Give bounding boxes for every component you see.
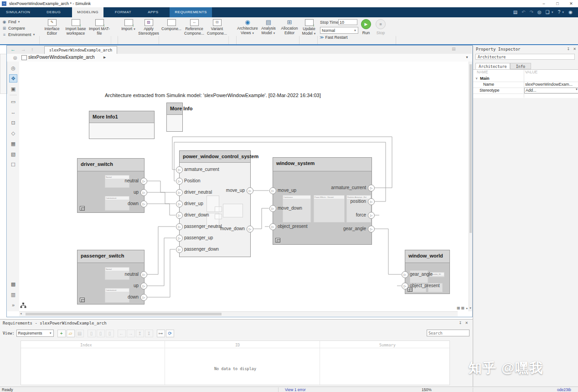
vertical-scrollbar[interactable]	[469, 62, 472, 311]
port-move-down[interactable]: ▷	[247, 226, 253, 232]
requirements-search-input[interactable]	[427, 330, 470, 336]
connector[interactable]	[253, 208, 269, 229]
link-icon[interactable]: ⊶	[157, 330, 165, 337]
horizontal-scrollbar[interactable]: ◂	[19, 311, 458, 316]
adapter-icon[interactable]: ◇	[9, 129, 17, 137]
expand-palette-icon[interactable]: »	[9, 301, 17, 309]
port-driver-up[interactable]: ▷	[176, 201, 183, 207]
collapse-up-icon[interactable]: ▲	[465, 307, 468, 309]
close-panel-icon[interactable]: ✕	[573, 47, 576, 51]
messages-icon[interactable]: ❑	[546, 7, 550, 17]
pin-icon[interactable]: ↧	[567, 47, 570, 51]
port-neutral[interactable]: ▷	[140, 178, 147, 185]
connector[interactable]	[147, 238, 175, 286]
view-dropdown[interactable]: Requirements▼	[16, 330, 54, 337]
tab-requirements[interactable]: REQUIREMENTS	[170, 7, 212, 17]
redo-icon[interactable]: ↷	[530, 7, 533, 17]
chevron-expanded-icon[interactable]: ∨	[475, 77, 478, 80]
ribbon-button-import-mat-file[interactable]: ↓Import MAT-file	[88, 19, 110, 36]
port-down[interactable]: ▷	[140, 294, 147, 301]
run-button[interactable]: ▶ Run	[361, 19, 371, 35]
port-driver-neutral[interactable]: ▷	[176, 189, 183, 196]
annotation-icon[interactable]: ▣	[9, 85, 17, 93]
connector[interactable]	[375, 229, 401, 274]
overview-icon[interactable]: ▦	[461, 306, 465, 310]
ribbon-button-reference-compone[interactable]: ↔Reference Compone...	[183, 19, 205, 36]
scroll-left-icon[interactable]: ◂	[20, 312, 22, 315]
ribbon-button-import[interactable]: ↓Import ▼	[119, 19, 138, 36]
inspector-row-stereotype[interactable]: Stereotype Add...▼	[473, 88, 578, 94]
ribbon-button-architecture-views[interactable]: ◉Architecture Views ▼	[237, 19, 258, 35]
tab-apps[interactable]: APPS	[143, 7, 163, 17]
col-index[interactable]: Index	[80, 343, 92, 347]
ribbon-button-allocation-editor[interactable]: ⊞Allocation Editor	[279, 19, 299, 35]
horizontal-scrollbar-thumb[interactable]	[26, 313, 222, 315]
panel-layout-icon[interactable]: ▤	[452, 46, 456, 51]
variant-component-icon[interactable]: ⊡	[9, 119, 17, 127]
port-move-down[interactable]: ▷	[269, 205, 276, 212]
inspector-tab-architecture[interactable]: Architecture	[475, 63, 510, 69]
port-position[interactable]: ▷	[368, 198, 375, 205]
connector[interactable]	[147, 204, 175, 215]
port-gear-angle[interactable]: ▷	[368, 226, 375, 232]
inspector-tab-info[interactable]: Info	[510, 63, 531, 69]
port-force[interactable]: ▷	[368, 212, 375, 219]
solver-name[interactable]: ode23tb	[557, 387, 571, 392]
toolstrip-collapse-icon[interactable]: ◉	[568, 7, 573, 17]
inspector-group-row[interactable]: ∨ Main	[473, 76, 578, 82]
pan-icon[interactable]: ✥	[9, 74, 17, 83]
vertical-scrollbar-thumb[interactable]	[470, 64, 472, 233]
reference-component-icon[interactable]: ↔	[9, 108, 17, 116]
connector[interactable]	[147, 181, 175, 192]
diagram-canvas[interactable]: Architecture extracted from Simulink mod…	[19, 62, 469, 311]
zoom-search-icon[interactable]: ◎	[537, 7, 542, 17]
close-panel-icon[interactable]: ✕	[465, 321, 468, 325]
close-button[interactable]: ✕	[564, 0, 578, 7]
component-icon[interactable]: ▭	[9, 98, 17, 106]
blank-icon[interactable]: ☐	[9, 160, 17, 169]
simulation-mode-dropdown[interactable]: Normal▼	[320, 27, 358, 34]
save-icon[interactable]: ▤	[513, 7, 517, 17]
view-error-link[interactable]: View 1 error	[285, 387, 306, 392]
ribbon-button-apply-stereotypes[interactable]: ▨Apply Stereotypes	[139, 19, 158, 36]
zoom-grid-icon[interactable]: ▦	[457, 306, 460, 310]
open-requirement-set-icon[interactable]: ▱	[67, 330, 75, 337]
ribbon-button-import-base-workspace[interactable]: ↓Import base workspace	[65, 19, 87, 36]
ribbon-button-analysis-model[interactable]: ▤Analysis Model ▼	[258, 19, 279, 35]
compare-button[interactable]: ⊞Compare	[2, 25, 39, 31]
component-more-info[interactable]: More Info	[166, 103, 183, 132]
inspector-row-name[interactable]: Name slexPowerWindowExam...	[473, 82, 578, 88]
ribbon-button-update-model[interactable]: ↓Update Model ▼	[301, 19, 317, 36]
stop-time-input[interactable]	[338, 19, 357, 25]
hierarchy-view-button[interactable]	[20, 303, 28, 310]
collapse-down-icon[interactable]: ▼	[469, 307, 472, 309]
ribbon-button-variant-compone[interactable]: ⊡Variant Compone...	[206, 19, 228, 36]
stop-button[interactable]: ■ Stop	[376, 19, 386, 35]
tab-modeling[interactable]: MODELING	[72, 7, 103, 17]
viewer-icon[interactable]: ▩	[9, 280, 17, 288]
connector[interactable]	[147, 192, 175, 204]
port-neutral[interactable]: ▷	[140, 271, 147, 278]
connector[interactable]	[147, 249, 175, 297]
port-up[interactable]: ▷	[140, 283, 147, 289]
model-scope-icon[interactable]: ◎	[13, 55, 17, 60]
component-more-info1[interactable]: More Info1	[89, 111, 155, 139]
port-passenger-down[interactable]: ▷	[176, 246, 183, 253]
forward-icon[interactable]: →	[21, 46, 26, 52]
col-summary[interactable]: Summary	[379, 343, 396, 347]
back-icon[interactable]: ←	[10, 46, 15, 52]
port-up[interactable]: ▷	[140, 189, 147, 196]
ribbon-button-interface-editor[interactable]: ✎Interface Editor	[41, 19, 63, 36]
stereotype-dropdown[interactable]: Add...▼	[524, 88, 578, 93]
port-driver-down[interactable]: ▷	[176, 212, 183, 219]
port-down[interactable]: ▷	[140, 201, 147, 207]
breadcrumb-dropdown-icon[interactable]: ▼	[465, 56, 469, 59]
find-button[interactable]: ◉Find▼	[2, 19, 39, 25]
port-move-up[interactable]: ▷	[247, 187, 253, 194]
sequence-diagram-icon[interactable]: ▥	[9, 290, 17, 299]
fast-restart-toggle[interactable]: ≫ Fast Restart	[320, 35, 347, 40]
port-object-present[interactable]: ▷	[402, 283, 408, 289]
breadcrumb[interactable]: slexPowerWindowExample_arch	[28, 55, 95, 60]
port-position[interactable]: ▷	[176, 178, 183, 185]
port-move-up[interactable]: ▷	[269, 187, 276, 194]
